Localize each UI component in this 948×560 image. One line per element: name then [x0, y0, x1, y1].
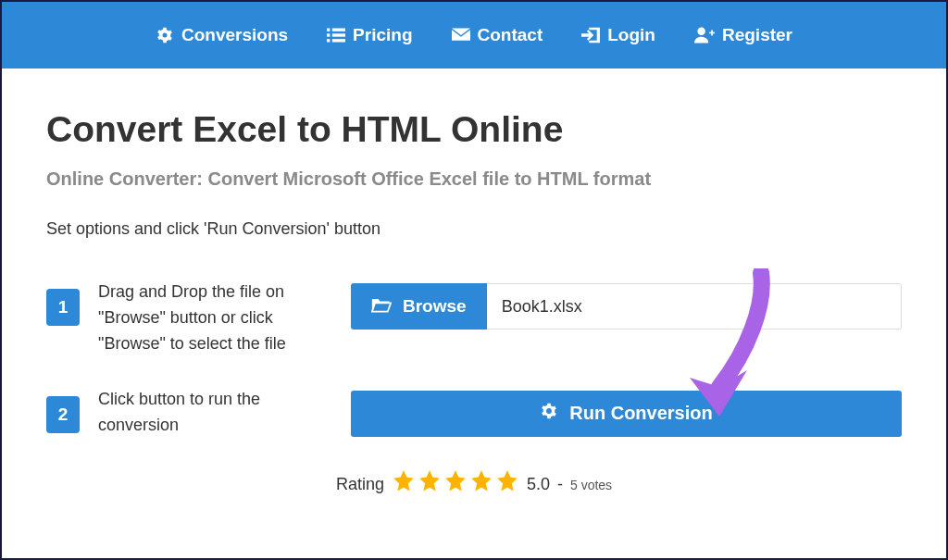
svg-rect-3	[332, 33, 345, 36]
svg-rect-5	[332, 39, 345, 42]
star-icon	[469, 469, 493, 498]
nav-pricing[interactable]: Pricing	[314, 18, 425, 53]
run-button-container: Run Conversion	[351, 385, 902, 437]
star-icon	[418, 469, 442, 498]
step-1: 1 Drag and Drop the file on "Browse" but…	[46, 278, 902, 357]
run-conversion-button[interactable]: Run Conversion	[351, 391, 902, 437]
rating-row: Rating 5.0 - 5 votes	[46, 466, 902, 494]
file-name-input[interactable]: Book1.xlsx	[487, 283, 902, 330]
nav-login-label: Login	[607, 25, 655, 45]
step-2-text: Click button to run the conversion	[98, 385, 334, 439]
step-number-badge: 1	[46, 289, 80, 326]
step-1-text: Drag and Drop the file on "Browse" butto…	[98, 278, 334, 357]
svg-rect-8	[711, 31, 713, 36]
nav-conversions[interactable]: Conversions	[143, 18, 301, 53]
file-name-value: Book1.xlsx	[502, 297, 582, 317]
nav-conversions-label: Conversions	[181, 25, 288, 45]
list-icon	[327, 27, 345, 44]
star-icon	[495, 469, 519, 498]
step-2: 2 Click button to run the conversion Run…	[46, 385, 902, 439]
rating-votes: 5 votes	[570, 478, 612, 492]
instruction-text: Set options and click 'Run Conversion' b…	[46, 219, 902, 239]
nav-register[interactable]: Register	[681, 18, 805, 53]
folder-open-icon	[371, 296, 392, 317]
gear-icon	[540, 402, 558, 425]
nav-contact-label: Contact	[478, 25, 543, 45]
svg-rect-4	[327, 39, 330, 42]
envelope-icon	[452, 28, 470, 43]
top-navbar: Conversions Pricing Contact Login Regist…	[2, 2, 946, 68]
svg-rect-1	[332, 29, 345, 31]
gears-icon	[156, 26, 174, 44]
file-input-group: Browse Book1.xlsx	[351, 278, 902, 330]
nav-pricing-label: Pricing	[353, 25, 412, 45]
rating-label: Rating	[336, 475, 384, 494]
rating-score: 5.0	[527, 475, 550, 494]
main-content: Convert Excel to HTML Online Online Conv…	[2, 68, 946, 494]
run-button-label: Run Conversion	[569, 403, 712, 424]
svg-rect-0	[327, 29, 330, 31]
rating-stars[interactable]	[392, 469, 519, 498]
browse-button-label: Browse	[403, 296, 467, 317]
rating-separator: -	[557, 475, 563, 494]
step-number-badge: 2	[46, 396, 80, 433]
user-plus-icon	[694, 27, 715, 44]
nav-register-label: Register	[722, 25, 792, 45]
svg-point-6	[697, 28, 705, 35]
browse-button[interactable]: Browse	[351, 283, 487, 330]
page-subtitle: Online Converter: Convert Microsoft Offi…	[46, 168, 902, 190]
svg-rect-2	[327, 33, 330, 36]
star-icon	[392, 469, 416, 498]
page-title: Convert Excel to HTML Online	[46, 109, 902, 150]
nav-login[interactable]: Login	[568, 18, 668, 53]
nav-contact[interactable]: Contact	[439, 18, 556, 53]
login-icon	[581, 27, 600, 44]
star-icon	[443, 469, 468, 498]
